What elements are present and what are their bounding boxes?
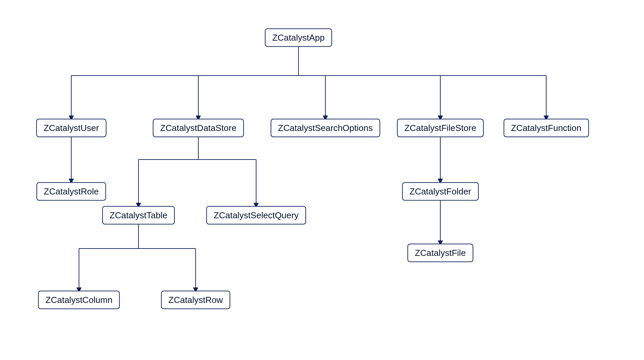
node-function: ZCatalystFunction [504,119,589,137]
node-row: ZCatalystRow [161,291,230,309]
node-folder: ZCatalystFolder [402,182,479,201]
node-datastore: ZCatalystDataStore [153,119,244,137]
node-root: ZCatalystApp [265,29,332,47]
node-filestore: ZCatalystFileStore [397,119,484,137]
node-searchoptions: ZCatalystSearchOptions [271,119,380,137]
node-user: ZCatalystUser [36,119,107,137]
node-file: ZCatalystFile [407,244,473,262]
node-table: ZCatalystTable [102,206,175,225]
node-role: ZCatalystRole [36,182,106,201]
node-column: ZCatalystColumn [38,291,120,309]
node-selectquery: ZCatalystSelectQuery [206,206,306,225]
